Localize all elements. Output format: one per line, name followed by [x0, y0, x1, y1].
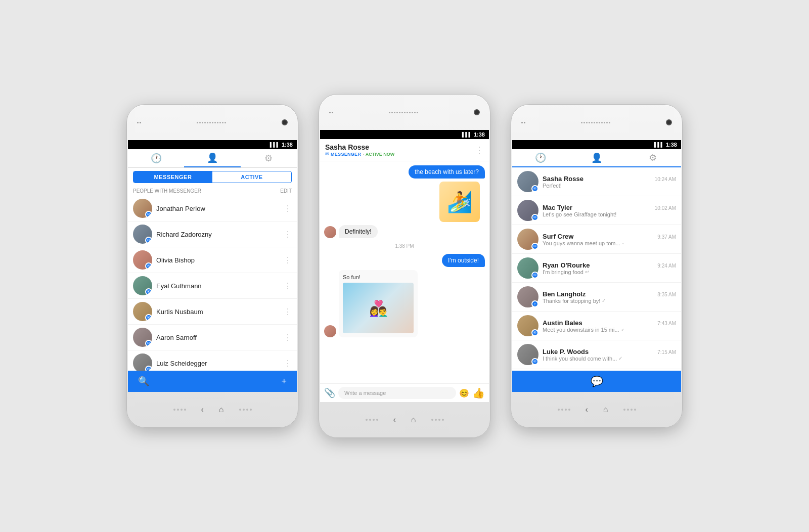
avatar: ✉ — [517, 257, 538, 279]
section-title: PEOPLE WITH MESSENGER — [133, 188, 201, 194]
speaker-grille — [581, 122, 610, 123]
list-item[interactable]: ✉ Austin Bales 7:43 AM Meet you downstai… — [512, 312, 681, 340]
speaker-dots-left — [137, 122, 141, 123]
bottom-speaker-left — [558, 409, 570, 411]
photo-message-content: So fun! 👩‍❤️‍👨 — [339, 270, 418, 337]
phone-3: ▌▌▌ 1:38 🕐 👤 ⚙ ✉ Sasha Rosse 10:24 AM — [511, 104, 683, 428]
messenger-badge: ✉ — [145, 262, 152, 270]
avatar: ✉ — [133, 250, 152, 270]
more-options-icon[interactable]: ⋮ — [284, 255, 292, 265]
facebook-badge: f — [531, 300, 538, 307]
photo-message: So fun! 👩‍❤️‍👨 — [324, 270, 485, 337]
message-time: 10:02 AM — [655, 205, 676, 211]
p1-subtab-messenger[interactable]: MESSENGER — [133, 171, 212, 183]
attach-icon[interactable]: 📎 — [324, 387, 335, 398]
list-item[interactable]: ✉ Luiz Scheidegger ⋮ — [128, 350, 297, 371]
contact-name: Luke P. Woods — [543, 348, 589, 356]
message-input[interactable]: Write a message — [338, 387, 456, 399]
p1-subtab-active[interactable]: ACTIVE — [212, 171, 291, 183]
list-item[interactable]: ✉ Luke P. Woods 7:15 AM I think you shou… — [512, 340, 681, 369]
check-icon: ✓ — [602, 298, 606, 303]
home-button[interactable]: ⌂ — [219, 405, 224, 414]
message-input-bar[interactable]: 📎 Write a message 😊 👍 — [320, 383, 489, 402]
messenger-badge: ✉ — [145, 237, 152, 244]
messenger-badge: ✉ — [531, 272, 538, 279]
more-options-icon[interactable]: ⋮ — [284, 230, 292, 239]
more-options-icon[interactable]: ⋮ — [475, 145, 484, 156]
bottom-speaker-right — [623, 409, 636, 411]
more-options-icon[interactable]: ⋮ — [284, 204, 292, 213]
avatar: ✉ — [133, 328, 152, 347]
list-item[interactable]: ✉ Jonathan Perlow ⋮ — [128, 196, 297, 221]
p1-sub-tabs: MESSENGER ACTIVE — [133, 171, 292, 183]
avatar: ✉ — [517, 229, 538, 250]
list-item[interactable]: f Ben Langholz 8:35 AM Thanks for stoppi… — [512, 283, 681, 312]
contact-name: Austin Bales — [543, 319, 582, 327]
separator: · — [363, 152, 364, 157]
list-item[interactable]: ✉ Olivia Bishop ⋮ — [128, 247, 297, 273]
p3-tab-settings[interactable]: ⚙ — [625, 152, 681, 166]
back-button[interactable]: ‹ — [393, 415, 396, 424]
add-icon[interactable]: + — [281, 376, 287, 387]
bottom-speaker-left — [366, 419, 378, 421]
contact-name: Luiz Scheidegger — [156, 360, 280, 367]
list-item[interactable]: ✉ Aaron Sarnoff ⋮ — [128, 325, 297, 350]
avatar — [324, 226, 336, 238]
more-options-icon[interactable]: ⋮ — [284, 333, 292, 342]
sticker-image: 🏄 — [439, 182, 480, 222]
list-item[interactable]: ✉ Surf Crew 9:37 AM You guys wanna meet … — [512, 225, 681, 254]
contact-name: Surf Crew — [543, 233, 573, 240]
search-icon[interactable]: 🔍 — [138, 376, 149, 387]
p3-bottom-bar: 💬 — [512, 371, 681, 392]
more-options-icon[interactable]: ⋮ — [284, 359, 292, 368]
p1-bottom-bar: 🔍 + — [128, 371, 297, 392]
more-options-icon[interactable]: ⋮ — [284, 281, 292, 291]
list-item[interactable]: ✉ Kurtis Nusbaum ⋮ — [128, 299, 297, 325]
edit-button[interactable]: EDIT — [280, 188, 292, 194]
p1-tab-settings[interactable]: ⚙ — [241, 153, 297, 167]
signal-icon: ▌▌▌ — [462, 132, 472, 137]
time-display: 1:38 — [666, 142, 677, 148]
contact-name: Jonathan Perlow — [156, 205, 280, 212]
list-item[interactable]: ✉ Richard Zadorozny ⋮ — [128, 221, 297, 247]
status-bar-1: ▌▌▌ 1:38 — [128, 140, 297, 149]
avatar: ✉ — [517, 171, 538, 192]
bottom-speaker-right — [239, 409, 252, 411]
list-item[interactable]: ✉ Mac Tyler 10:02 AM Let's go see Giraff… — [512, 196, 681, 225]
list-item[interactable]: ✉ Ryan O'Rourke 9:24 AM I'm bringing foo… — [512, 254, 681, 283]
p1-tab-recent[interactable]: 🕐 — [128, 153, 184, 167]
messenger-badge: ✉ — [145, 340, 152, 347]
back-button[interactable]: ‹ — [586, 405, 588, 414]
front-camera — [474, 109, 480, 115]
status-bar-3: ▌▌▌ 1:38 — [512, 140, 681, 149]
speaker-grille — [389, 112, 418, 113]
home-button[interactable]: ⌂ — [411, 415, 416, 424]
p3-tab-recent[interactable]: 🕐 — [512, 152, 568, 166]
back-button[interactable]: ‹ — [201, 405, 204, 414]
avatar: ✉ — [133, 353, 152, 371]
list-item[interactable]: ✉ Sasha Rosse 10:24 AM Perfect! — [512, 167, 681, 196]
avatar: ✉ — [133, 225, 152, 244]
phone-1-screen: ▌▌▌ 1:38 🕐 👤 ⚙ MESSENGER ACTIVE PEOPLE W… — [128, 140, 297, 392]
message-received: Definitely! — [324, 225, 485, 238]
emoji-icon[interactable]: 😊 — [459, 388, 469, 398]
contact-name: Mac Tyler — [543, 204, 572, 211]
like-icon[interactable]: 👍 — [472, 387, 485, 399]
message-time: 10:24 AM — [655, 176, 676, 182]
list-item[interactable]: ✉ Eyal Guthmann ⋮ — [128, 273, 297, 299]
message-preview: I think you should come with... — [543, 356, 617, 362]
compose-icon[interactable]: 💬 — [591, 375, 603, 387]
conversation-content: Austin Bales 7:43 AM Meet you downstairs… — [543, 319, 676, 333]
phone-2-bottom: ‹ ⌂ — [319, 402, 490, 437]
messenger-badge: ✉ — [531, 185, 538, 192]
home-button[interactable]: ⌂ — [603, 405, 608, 414]
message-preview: Thanks for stopping by! — [543, 298, 600, 304]
p1-section-header: PEOPLE WITH MESSENGER EDIT — [128, 186, 297, 196]
messenger-badge: ✉ — [145, 366, 152, 371]
conversation-content: Mac Tyler 10:02 AM Let's go see Giraffag… — [543, 204, 676, 217]
p1-tab-contacts[interactable]: 👤 — [184, 152, 240, 167]
p3-tab-contacts[interactable]: 👤 — [568, 152, 624, 166]
check-icon: ✓ — [618, 356, 622, 361]
more-options-icon[interactable]: ⋮ — [284, 307, 292, 317]
conversation-content: Ben Langholz 8:35 AM Thanks for stopping… — [543, 290, 676, 304]
